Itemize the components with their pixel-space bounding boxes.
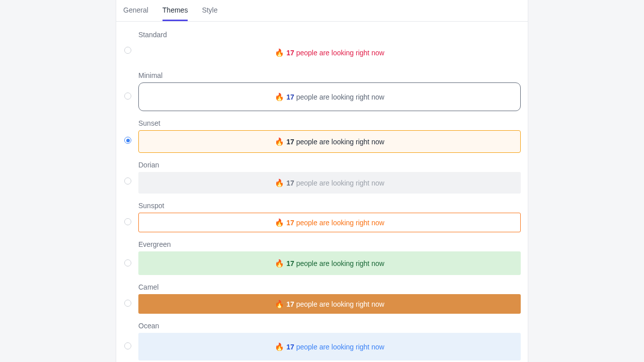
theme-preview-sunset[interactable]: 🔥 17 people are looking right now: [138, 130, 521, 153]
theme-option-ocean: Ocean 🔥 17 people are looking right now: [124, 322, 521, 360]
theme-label: Dorian: [138, 161, 521, 169]
theme-preview-minimal[interactable]: 🔥 17 people are looking right now: [138, 82, 521, 111]
viewer-count: 17: [286, 260, 294, 267]
viewer-message: people are looking right now: [296, 138, 384, 145]
viewer-count: 17: [286, 301, 294, 308]
theme-preview-dorian[interactable]: 🔥 17 people are looking right now: [138, 172, 521, 194]
radio-camel[interactable]: [124, 300, 131, 307]
theme-label: Sunspot: [138, 202, 521, 210]
theme-option-sunspot: Sunspot 🔥 17 people are looking right no…: [124, 202, 521, 232]
viewer-message: people are looking right now: [296, 94, 384, 101]
viewer-message: people are looking right now: [296, 179, 384, 187]
radio-ocean[interactable]: [124, 342, 131, 349]
fire-icon: 🔥: [275, 179, 284, 187]
theme-option-standard: Standard 🔥 17 people are looking right n…: [124, 31, 521, 63]
radio-standard[interactable]: [124, 47, 131, 54]
fire-icon: 🔥: [275, 49, 284, 56]
fire-icon: 🔥: [275, 343, 284, 350]
theme-preview-ocean[interactable]: 🔥 17 people are looking right now: [138, 333, 521, 360]
theme-option-sunset: Sunset 🔥 17 people are looking right now: [124, 119, 521, 153]
theme-option-minimal: Minimal 🔥 17 people are looking right no…: [124, 71, 521, 111]
theme-label: Minimal: [138, 71, 521, 79]
viewer-count: 17: [286, 49, 294, 56]
theme-label: Standard: [138, 31, 521, 39]
theme-label: Camel: [138, 283, 521, 291]
tab-themes[interactable]: Themes: [163, 0, 188, 21]
fire-icon: 🔥: [275, 300, 284, 308]
viewer-message: people are looking right now: [296, 260, 384, 267]
radio-minimal[interactable]: [124, 93, 131, 100]
fire-icon: 🔥: [275, 219, 284, 226]
theme-label: Sunset: [138, 119, 521, 127]
fire-icon: 🔥: [275, 93, 284, 101]
viewer-message: people are looking right now: [296, 343, 384, 350]
viewer-message: people are looking right now: [296, 219, 384, 226]
theme-option-evergreen: Evergreen 🔥 17 people are looking right …: [124, 240, 521, 275]
settings-panel: General Themes Style Standard 🔥 17 peopl…: [116, 0, 528, 362]
theme-preview-camel[interactable]: 🔥 17 people are looking right now: [138, 294, 521, 314]
viewer-count: 17: [286, 179, 294, 187]
theme-option-dorian: Dorian 🔥 17 people are looking right now: [124, 161, 521, 194]
viewer-count: 17: [286, 343, 294, 350]
fire-icon: 🔥: [275, 138, 284, 145]
theme-option-camel: Camel 🔥 17 people are looking right now: [124, 283, 521, 314]
radio-dorian[interactable]: [124, 177, 131, 185]
viewer-count: 17: [286, 138, 294, 145]
theme-preview-sunspot[interactable]: 🔥 17 people are looking right now: [138, 213, 521, 232]
tab-bar: General Themes Style: [116, 0, 528, 22]
themes-list: Standard 🔥 17 people are looking right n…: [116, 22, 528, 362]
theme-preview-standard[interactable]: 🔥 17 people are looking right now: [138, 42, 521, 63]
viewer-count: 17: [286, 94, 294, 101]
radio-sunspot[interactable]: [124, 218, 131, 225]
viewer-message: people are looking right now: [296, 49, 384, 56]
theme-preview-evergreen[interactable]: 🔥 17 people are looking right now: [138, 251, 521, 275]
tab-style[interactable]: Style: [202, 0, 217, 21]
viewer-count: 17: [286, 219, 294, 226]
radio-sunset[interactable]: [124, 137, 131, 144]
fire-icon: 🔥: [275, 259, 284, 267]
theme-label: Ocean: [138, 322, 521, 330]
radio-evergreen[interactable]: [124, 259, 131, 266]
viewer-message: people are looking right now: [296, 301, 384, 308]
theme-label: Evergreen: [138, 240, 521, 248]
tab-general[interactable]: General: [123, 0, 148, 21]
